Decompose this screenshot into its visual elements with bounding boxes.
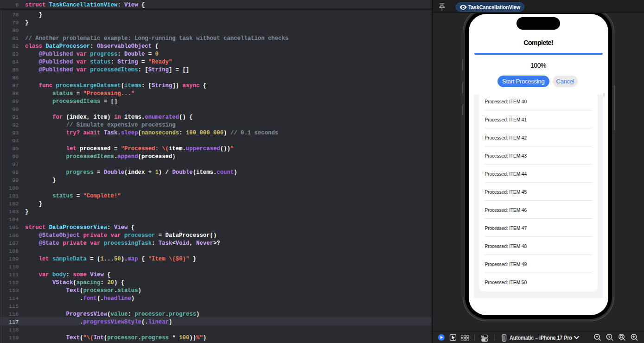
svg-text:1: 1 xyxy=(608,334,610,339)
svg-text:Automatic – iPhone 17 Pro: Automatic – iPhone 17 Pro xyxy=(510,334,572,341)
svg-text:TaskCancellationView: TaskCancellationView xyxy=(468,4,521,11)
